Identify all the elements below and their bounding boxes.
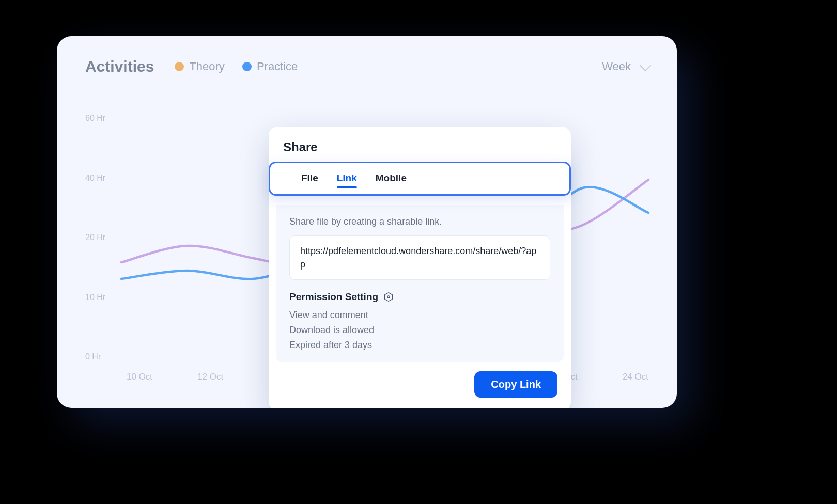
range-select[interactable]: Week [602,60,648,73]
settings-icon[interactable] [383,292,394,302]
permission-item: Expired after 3 days [289,340,550,351]
modal-body: Share file by creating a sharable link. … [276,205,564,362]
share-hint: Share file by creating a sharable link. [289,216,550,227]
tab-file[interactable]: File [301,172,318,185]
legend-label: Practice [257,60,298,73]
x-tick: 24 Oct [623,372,648,382]
chevron-down-icon [640,60,652,72]
y-tick: 20 Hr [85,233,116,242]
y-tick: 40 Hr [85,174,116,183]
page-title: Activities [85,58,154,75]
y-tick: 0 Hr [85,352,116,361]
activities-card: Activities Theory Practice Week 60 Hr [57,36,677,408]
legend-item-practice: Practice [242,60,298,73]
svg-point-1 [388,296,390,298]
y-tick: 60 Hr [85,114,116,123]
y-tick: 10 Hr [85,293,116,302]
svg-marker-0 [385,293,393,302]
range-label: Week [602,60,631,73]
y-axis: 60 Hr 40 Hr 20 Hr 10 Hr 0 Hr [85,114,116,361]
permission-item: View and comment [289,310,550,321]
x-tick: 12 Oct [197,372,223,382]
tabbar: File Link Mobile [269,162,571,196]
dot-theory-icon [175,62,184,71]
header: Activities Theory Practice Week [85,58,648,75]
legend-label: Theory [189,60,224,73]
modal-title: Share [269,139,571,162]
dot-practice-icon [242,62,252,71]
copy-link-button[interactable]: Copy Link [474,371,557,398]
modal-footer: Copy Link [269,362,571,399]
share-modal: Share File Link Mobile Share file by cre… [269,127,571,408]
x-tick: 10 Oct [127,372,152,382]
legend: Theory Practice [175,60,298,73]
legend-item-theory: Theory [175,60,224,73]
tab-mobile[interactable]: Mobile [376,172,407,185]
share-link-field[interactable]: https://pdfelementcloud.wondershare.com/… [289,235,550,280]
permission-item: Download is allowed [289,325,550,336]
permission-list: View and comment Download is allowed Exp… [289,310,550,351]
permission-title: Permission Setting [289,291,378,303]
tab-link[interactable]: Link [337,172,357,185]
